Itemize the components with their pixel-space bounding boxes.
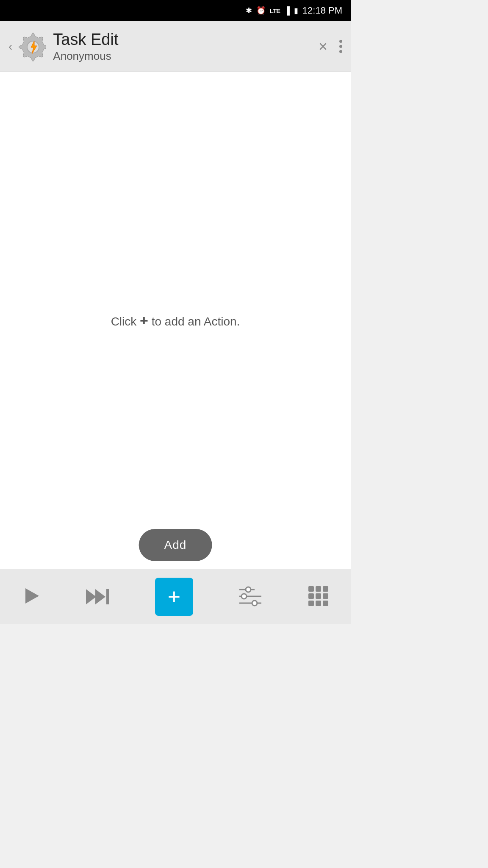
page-subtitle: Anonymous	[53, 50, 319, 63]
plus-icon: +	[168, 584, 180, 609]
more-button[interactable]	[339, 40, 342, 53]
svg-point-9	[241, 594, 247, 599]
svg-rect-19	[316, 601, 321, 606]
back-button[interactable]: ‹	[8, 40, 12, 53]
empty-state-message: Click + to add an Action.	[111, 312, 240, 329]
svg-rect-12	[308, 586, 314, 592]
play-button[interactable]	[22, 587, 41, 607]
svg-rect-20	[323, 601, 328, 606]
header-actions: ×	[319, 39, 342, 54]
add-action-button[interactable]: +	[155, 578, 193, 616]
mixer-button[interactable]	[238, 585, 263, 608]
app-icon	[16, 31, 46, 62]
svg-rect-14	[323, 586, 328, 592]
svg-rect-15	[308, 593, 314, 599]
page-title: Task Edit	[53, 30, 319, 50]
grid-button[interactable]	[308, 585, 329, 608]
svg-rect-16	[316, 593, 321, 599]
svg-marker-3	[86, 589, 96, 604]
clock: 12:18 PM	[302, 5, 342, 16]
more-dot-3	[339, 50, 342, 53]
svg-point-7	[246, 587, 251, 592]
status-icons: ✱ ⏰ LTE ▐ ▮ 12:18 PM	[246, 5, 342, 16]
empty-msg-post: to add an Action.	[148, 315, 240, 328]
battery-icon: ▮	[294, 6, 298, 15]
more-dot-2	[339, 45, 342, 48]
main-content: Click + to add an Action.	[0, 72, 351, 569]
skip-forward-button[interactable]	[85, 587, 111, 606]
plus-symbol: +	[140, 312, 148, 328]
svg-rect-13	[316, 586, 321, 592]
empty-msg-pre: Click	[111, 315, 140, 328]
status-bar: ✱ ⏰ LTE ▐ ▮ 12:18 PM	[0, 0, 351, 21]
bottom-bar: +	[0, 569, 351, 624]
close-button[interactable]: ×	[319, 39, 327, 54]
add-floating-button[interactable]: Add	[139, 529, 212, 561]
svg-marker-4	[95, 589, 105, 604]
svg-marker-2	[25, 588, 39, 604]
header-title-group: Task Edit Anonymous	[53, 30, 319, 63]
svg-rect-5	[106, 589, 109, 604]
svg-rect-17	[323, 593, 328, 599]
more-dot-1	[339, 40, 342, 43]
lte-icon: LTE	[270, 7, 280, 14]
app-header: ‹ Task Edit Anonymous ×	[0, 21, 351, 72]
alarm-icon: ⏰	[256, 6, 266, 15]
signal-icon: ▐	[284, 6, 290, 15]
bluetooth-icon: ✱	[246, 6, 252, 15]
svg-rect-18	[308, 601, 314, 606]
svg-point-11	[252, 601, 257, 606]
